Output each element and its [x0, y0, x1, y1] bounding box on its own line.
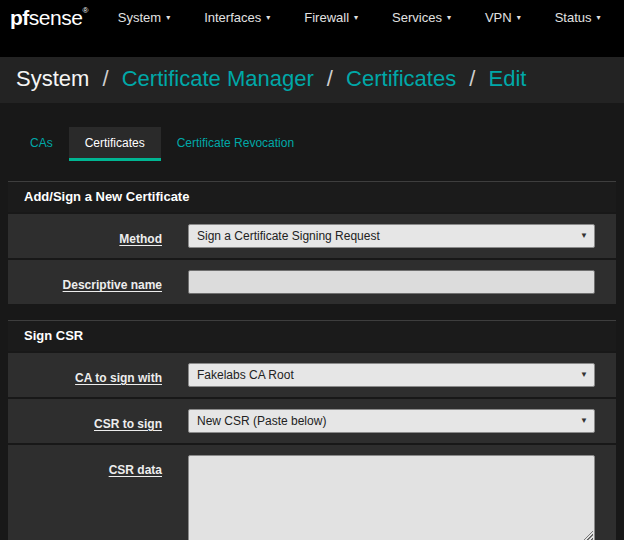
breadcrumb-separator: /: [102, 66, 108, 91]
nav-item-vpn[interactable]: VPN ▾: [485, 10, 521, 25]
caret-down-icon: ▾: [166, 13, 170, 22]
logo-pf: pf: [10, 6, 29, 29]
method-select[interactable]: Sign a Certificate Signing Request: [188, 224, 595, 248]
ca-to-sign-with-select[interactable]: Fakelabs CA Root: [188, 363, 595, 387]
csr-select-wrap: New CSR (Paste below) ▼: [188, 409, 595, 433]
nav-label: System: [118, 10, 161, 25]
control-col: Paste a Certificate Signing Request in X…: [188, 455, 616, 540]
csr-data-textarea-wrap: [188, 455, 595, 540]
breadcrumb-certificates[interactable]: Certificates: [346, 66, 456, 91]
field-label-descriptive-name: Descriptive name: [63, 278, 162, 292]
nav-item-services[interactable]: Services ▾: [392, 10, 451, 25]
ca-select-wrap: Fakelabs CA Root ▼: [188, 363, 595, 387]
control-col: Fakelabs CA Root ▼: [188, 363, 616, 387]
tab-certificates[interactable]: Certificates: [69, 127, 161, 161]
control-col: Sign a Certificate Signing Request ▼: [188, 224, 616, 248]
nav-item-interfaces[interactable]: Interfaces ▾: [204, 10, 270, 25]
nav-item-firewall[interactable]: Firewall ▾: [304, 10, 358, 25]
form-row-csr-data: CSR data Paste a Certificate Signing Req…: [8, 445, 616, 540]
csr-to-sign-select[interactable]: New CSR (Paste below): [188, 409, 595, 433]
caret-down-icon: ▾: [517, 13, 521, 22]
caret-down-icon: ▾: [447, 13, 451, 22]
registered-mark: ®: [82, 6, 87, 15]
field-label-csr-to-sign: CSR to sign: [94, 417, 162, 431]
label-col: Method: [8, 224, 188, 248]
panel-add-sign-certificate: Add/Sign a New Certificate Method Sign a…: [8, 181, 616, 304]
field-label-ca-to-sign-with: CA to sign with: [75, 371, 162, 385]
label-col: CA to sign with: [8, 363, 188, 387]
tab-certificate-revocation[interactable]: Certificate Revocation: [161, 127, 310, 161]
form-row-descriptive-name: Descriptive name: [8, 260, 616, 304]
breadcrumb-system: System: [16, 66, 89, 91]
form-row-method: Method Sign a Certificate Signing Reques…: [8, 214, 616, 258]
panel-title: Sign CSR: [8, 321, 616, 351]
nav-label: Interfaces: [204, 10, 261, 25]
caret-down-icon: ▾: [354, 13, 358, 22]
csr-data-textarea[interactable]: [188, 455, 595, 540]
logo-sense: sense: [29, 6, 83, 29]
top-navbar: pfsense® System ▾ Interfaces ▾ Firewall …: [0, 0, 624, 35]
nav-label: Services: [392, 10, 442, 25]
breadcrumb-separator: /: [327, 66, 333, 91]
form-row-csr-to-sign: CSR to sign New CSR (Paste below) ▼: [8, 399, 616, 443]
panel-sign-csr: Sign CSR CA to sign with Fakelabs CA Roo…: [8, 320, 616, 540]
control-col: New CSR (Paste below) ▼: [188, 409, 616, 433]
navbar-spacer: [0, 35, 624, 57]
field-label-method: Method: [119, 232, 162, 246]
nav-item-system[interactable]: System ▾: [118, 10, 170, 25]
caret-down-icon: ▾: [597, 13, 601, 22]
field-label-csr-data: CSR data: [109, 463, 162, 477]
tab-cas[interactable]: CAs: [14, 127, 69, 161]
breadcrumb-certificate-manager[interactable]: Certificate Manager: [122, 66, 314, 91]
nav-label: Status: [555, 10, 592, 25]
form-row-ca-to-sign-with: CA to sign with Fakelabs CA Root ▼: [8, 353, 616, 397]
control-col: [188, 270, 616, 294]
method-select-wrap: Sign a Certificate Signing Request ▼: [188, 224, 595, 248]
tab-bar: CAs Certificates Certificate Revocation: [14, 127, 624, 161]
panel-title: Add/Sign a New Certificate: [8, 182, 616, 212]
label-col: CSR to sign: [8, 409, 188, 433]
label-col: CSR data: [8, 455, 188, 540]
label-col: Descriptive name: [8, 270, 188, 294]
pfsense-logo[interactable]: pfsense®: [10, 6, 88, 30]
caret-down-icon: ▾: [266, 13, 270, 22]
nav-label: VPN: [485, 10, 512, 25]
breadcrumb: System / Certificate Manager / Certifica…: [0, 57, 624, 103]
breadcrumb-separator: /: [469, 66, 475, 91]
breadcrumb-edit[interactable]: Edit: [489, 66, 527, 91]
nav-item-status[interactable]: Status ▾: [555, 10, 601, 25]
descriptive-name-input[interactable]: [188, 270, 595, 294]
navbar-menu: System ▾ Interfaces ▾ Firewall ▾ Service…: [118, 10, 601, 25]
nav-label: Firewall: [304, 10, 349, 25]
